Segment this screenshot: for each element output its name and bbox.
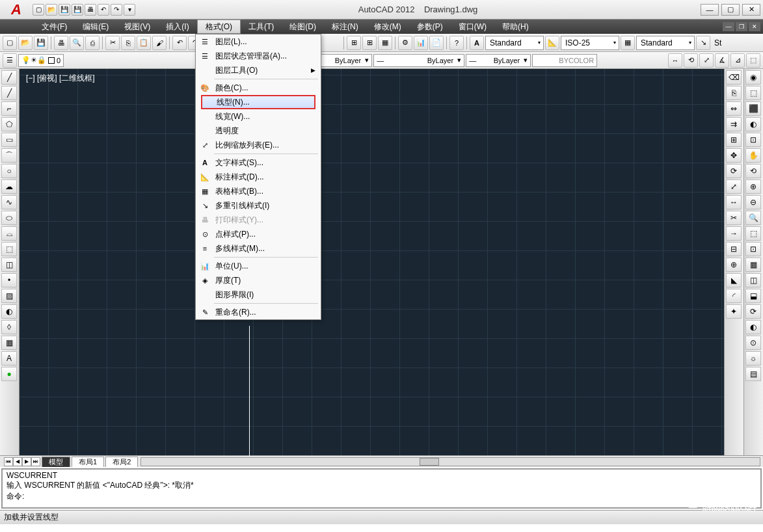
fillet-icon[interactable]: ◜ bbox=[726, 289, 742, 303]
menu-insert[interactable]: 插入(I) bbox=[158, 20, 196, 34]
save-icon[interactable]: 💾 bbox=[34, 36, 48, 50]
trim-icon[interactable]: ✂ bbox=[726, 211, 742, 225]
menu-item-textstyle[interactable]: A文字样式(S)... bbox=[196, 155, 321, 170]
array-icon[interactable]: ⊞ bbox=[726, 133, 742, 147]
menu-item-scalelist[interactable]: ⤢比例缩放列表(E)... bbox=[196, 138, 321, 152]
nav-icon[interactable]: ◉ bbox=[745, 70, 761, 85]
join-icon[interactable]: ⊕ bbox=[726, 258, 742, 272]
paste-icon[interactable]: 📋 bbox=[137, 36, 151, 50]
explode-icon[interactable]: ✦ bbox=[726, 304, 742, 319]
nav20-icon[interactable]: ▤ bbox=[745, 367, 761, 381]
save-icon[interactable]: 💾 bbox=[59, 4, 70, 16]
xline-icon[interactable]: ╱ bbox=[1, 86, 17, 100]
layer-dropdown[interactable]: 💡 ☀ 🔒 0 bbox=[18, 54, 64, 67]
offset-icon[interactable]: ⇉ bbox=[726, 117, 742, 131]
measure3-icon[interactable]: ⤢ bbox=[699, 53, 714, 68]
mleader-icon[interactable]: ↘ bbox=[696, 36, 710, 50]
dim-style-dropdown[interactable]: ISO-25▾ bbox=[561, 36, 619, 50]
menu-item-color[interactable]: 🎨颜色(C)... bbox=[196, 81, 321, 95]
menu-help[interactable]: 帮助(H) bbox=[494, 20, 537, 34]
nav13-icon[interactable]: ▦ bbox=[745, 258, 761, 272]
menu-item-layer[interactable]: ☰图层(L)... bbox=[196, 34, 321, 49]
tab-prev-button[interactable]: ◀ bbox=[13, 457, 22, 466]
preview-icon[interactable]: 🔍 bbox=[70, 36, 84, 50]
tab-next-button[interactable]: ▶ bbox=[22, 457, 31, 466]
horizontal-scrollbar[interactable] bbox=[141, 457, 760, 466]
doc-minimize-button[interactable]: — bbox=[723, 22, 734, 31]
arc-icon[interactable]: ⌒ bbox=[1, 148, 17, 163]
menu-draw[interactable]: 绘图(D) bbox=[282, 20, 324, 34]
menu-item-tablestyle[interactable]: ▦表格样式(B)... bbox=[196, 184, 321, 198]
close-button[interactable]: ✕ bbox=[742, 4, 760, 16]
region-icon[interactable]: ◊ bbox=[1, 320, 17, 334]
redo-icon[interactable]: ↷ bbox=[111, 4, 122, 16]
qat-more-icon[interactable]: ▾ bbox=[124, 4, 135, 16]
help-icon[interactable]: ? bbox=[449, 36, 464, 50]
new-icon[interactable]: ▢ bbox=[3, 36, 17, 50]
circle-icon[interactable]: ○ bbox=[1, 164, 17, 178]
dimstyle-icon[interactable]: 📐 bbox=[545, 36, 559, 50]
hatch-icon[interactable]: ▨ bbox=[1, 289, 17, 303]
move-icon[interactable]: ✥ bbox=[726, 148, 742, 163]
polyline-icon[interactable]: ⌐ bbox=[1, 101, 17, 116]
undo-icon[interactable]: ↶ bbox=[98, 4, 109, 16]
insert-icon[interactable]: ⬚ bbox=[1, 242, 17, 256]
measure2-icon[interactable]: ⟲ bbox=[684, 53, 698, 68]
grid2-icon[interactable]: ⊞ bbox=[362, 36, 377, 50]
spline-icon[interactable]: ∿ bbox=[1, 195, 17, 209]
nav7-icon[interactable]: ⟲ bbox=[745, 164, 761, 178]
measure5-icon[interactable]: ⊿ bbox=[730, 53, 745, 68]
scroll-thumb[interactable] bbox=[420, 458, 439, 466]
menu-file[interactable]: 文件(F) bbox=[34, 20, 75, 34]
viewport-label[interactable]: [−] [俯视] [二维线框] bbox=[26, 73, 95, 84]
text-style-dropdown[interactable]: Standard▾ bbox=[485, 36, 544, 50]
menu-parametric[interactable]: 参数(P) bbox=[409, 20, 451, 34]
rectangle-icon[interactable]: ▭ bbox=[1, 133, 17, 147]
nav18-icon[interactable]: ⊙ bbox=[745, 336, 761, 350]
nav17-icon[interactable]: ◐ bbox=[745, 320, 761, 334]
maximize-button[interactable]: ▢ bbox=[721, 4, 740, 16]
open-icon[interactable]: 📂 bbox=[46, 4, 57, 16]
menu-view[interactable]: 视图(V) bbox=[116, 20, 158, 34]
block-icon[interactable]: ◫ bbox=[1, 258, 17, 272]
textstyle-icon[interactable]: A bbox=[470, 36, 484, 50]
rotate-icon[interactable]: ⟳ bbox=[726, 164, 742, 178]
menu-edit[interactable]: 编辑(E) bbox=[75, 20, 116, 34]
nav11-icon[interactable]: ⬚ bbox=[745, 226, 761, 241]
nav16-icon[interactable]: ⟳ bbox=[745, 304, 761, 319]
mirror-icon[interactable]: ⇔ bbox=[726, 101, 742, 116]
chamfer-icon[interactable]: ◣ bbox=[726, 273, 742, 287]
extend-icon[interactable]: → bbox=[726, 226, 742, 241]
menu-item-lineweight[interactable]: 线宽(W)... bbox=[196, 109, 321, 124]
menu-window[interactable]: 窗口(W) bbox=[451, 20, 494, 34]
scale-icon[interactable]: ⤢ bbox=[726, 180, 742, 194]
menu-dimension[interactable]: 标注(N) bbox=[324, 20, 366, 34]
menu-item-dimstyle[interactable]: 📐标注样式(D)... bbox=[196, 170, 321, 184]
plotstyle-dropdown[interactable]: BYCOLOR bbox=[532, 54, 597, 67]
menu-item-mleaderstyle[interactable]: ↘多重引线样式(I) bbox=[196, 198, 321, 213]
nav10-icon[interactable]: 🔍 bbox=[745, 211, 761, 225]
open-icon[interactable]: 📂 bbox=[18, 36, 33, 50]
tab-model[interactable]: 模型 bbox=[42, 457, 70, 467]
tab-last-button[interactable]: ⏭ bbox=[31, 457, 40, 466]
measure4-icon[interactable]: ∡ bbox=[715, 53, 729, 68]
ellipse-icon[interactable]: ⬭ bbox=[1, 211, 17, 225]
copy-icon[interactable]: ⎘ bbox=[121, 36, 135, 50]
window-icon[interactable]: ▦ bbox=[378, 36, 392, 50]
publish-icon[interactable]: ⎙ bbox=[85, 36, 100, 50]
menu-modify[interactable]: 修改(M) bbox=[366, 20, 409, 34]
nav4-icon[interactable]: ◐ bbox=[745, 117, 761, 131]
cut-icon[interactable]: ✂ bbox=[105, 36, 120, 50]
tab-layout1[interactable]: 布局1 bbox=[72, 457, 104, 467]
line-icon[interactable]: ╱ bbox=[1, 70, 17, 85]
nav3-icon[interactable]: ⬛ bbox=[745, 101, 761, 116]
new-icon[interactable]: ▢ bbox=[33, 4, 44, 16]
undo-icon[interactable]: ↶ bbox=[172, 36, 187, 50]
menu-item-limits[interactable]: 图形界限(I) bbox=[196, 287, 321, 302]
menu-item-layertools[interactable]: 图层工具(O)▶ bbox=[196, 63, 321, 77]
nav9-icon[interactable]: ⊖ bbox=[745, 195, 761, 209]
measure6-icon[interactable]: ⬚ bbox=[746, 53, 760, 68]
break-icon[interactable]: ⊟ bbox=[726, 242, 742, 256]
app-logo[interactable]: A bbox=[3, 0, 30, 20]
minimize-button[interactable]: — bbox=[701, 4, 719, 16]
